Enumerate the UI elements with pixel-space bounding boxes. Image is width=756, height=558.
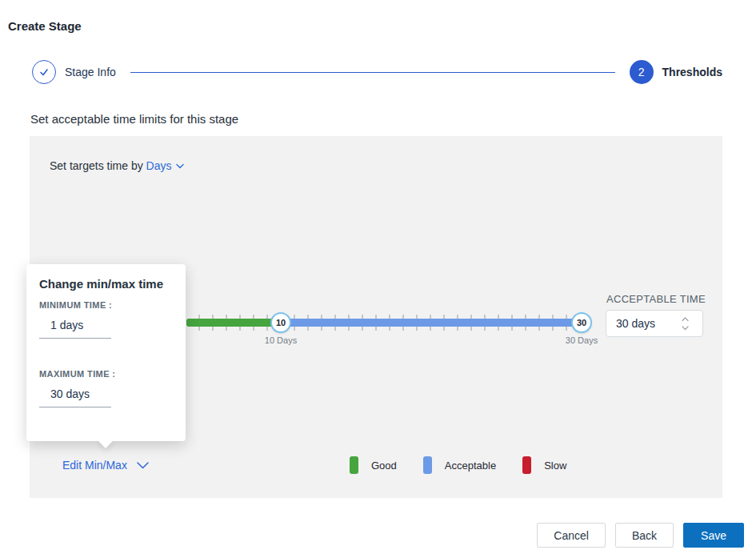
slider-min-day-label: 10 Days <box>257 335 305 345</box>
slider-handle-min[interactable]: 10 <box>270 312 291 333</box>
legend-item-acceptable: Acceptable <box>423 456 496 474</box>
step-thresholds[interactable]: 2 Thresholds <box>630 60 722 84</box>
acceptable-time-stepper <box>675 316 694 331</box>
legend-swatch-slow <box>522 456 531 474</box>
slider-legend: Good Acceptable Slow <box>350 456 593 474</box>
step-complete-circle <box>32 60 56 84</box>
legend-label-slow: Slow <box>544 460 566 472</box>
cancel-button[interactable]: Cancel <box>537 523 606 548</box>
check-icon <box>38 66 50 78</box>
chevron-down-icon <box>137 462 149 469</box>
page-title: Create Stage <box>8 19 82 33</box>
step-number-circle: 2 <box>630 60 654 84</box>
slider-max-day-label: 30 Days <box>558 335 606 345</box>
stepper-connector-line <box>130 72 615 73</box>
set-targets-row: Set targets time by Days <box>50 159 184 172</box>
popup-title: Change min/max time <box>39 277 163 291</box>
targets-unit-dropdown[interactable]: Days <box>146 159 184 172</box>
acceptable-time-box <box>606 310 703 337</box>
step-stage-info[interactable]: Stage Info <box>32 60 116 84</box>
targets-unit-value: Days <box>146 159 172 172</box>
slider-handle-max[interactable]: 30 <box>571 312 592 333</box>
step-number: 2 <box>638 66 645 78</box>
legend-item-good: Good <box>350 456 397 474</box>
section-heading: Set acceptable time limits for this stag… <box>30 112 238 126</box>
stepper: Stage Info 2 Thresholds <box>32 60 722 84</box>
minimum-time-label: MINIMUM TIME : <box>39 300 112 310</box>
stepper-up-icon[interactable] <box>682 316 689 322</box>
maximum-time-label: MAXIMUM TIME : <box>39 369 115 379</box>
slider-segment-acceptable <box>281 319 582 327</box>
step-label-stage-info: Stage Info <box>65 66 116 78</box>
legend-item-slow: Slow <box>522 456 566 474</box>
edit-minmax-label: Edit Min/Max <box>62 459 127 472</box>
change-minmax-popup: Change min/max time MINIMUM TIME : MAXIM… <box>26 264 186 441</box>
time-range-slider[interactable] <box>186 319 582 327</box>
legend-label-good: Good <box>371 460 397 472</box>
edit-minmax-link[interactable]: Edit Min/Max <box>62 459 149 472</box>
step-label-thresholds: Thresholds <box>662 66 722 78</box>
slider-segment-good <box>186 319 281 327</box>
save-button[interactable]: Save <box>683 523 744 548</box>
create-stage-dialog: Create Stage Stage Info 2 Thresholds Set… <box>0 0 756 558</box>
stepper-down-icon[interactable] <box>682 325 689 331</box>
back-button[interactable]: Back <box>615 523 674 548</box>
footer-actions: Cancel Back Save <box>537 523 744 548</box>
chevron-down-icon <box>176 163 184 169</box>
acceptable-time-label: ACCEPTABLE TIME <box>606 293 706 305</box>
maximum-time-input[interactable] <box>39 386 111 407</box>
legend-swatch-good <box>350 456 358 474</box>
set-targets-text: Set targets time by <box>50 159 143 172</box>
legend-label-acceptable: Acceptable <box>445 460 496 472</box>
acceptable-time-input[interactable] <box>606 317 675 330</box>
legend-swatch-acceptable <box>423 456 432 474</box>
minimum-time-input[interactable] <box>39 317 111 339</box>
